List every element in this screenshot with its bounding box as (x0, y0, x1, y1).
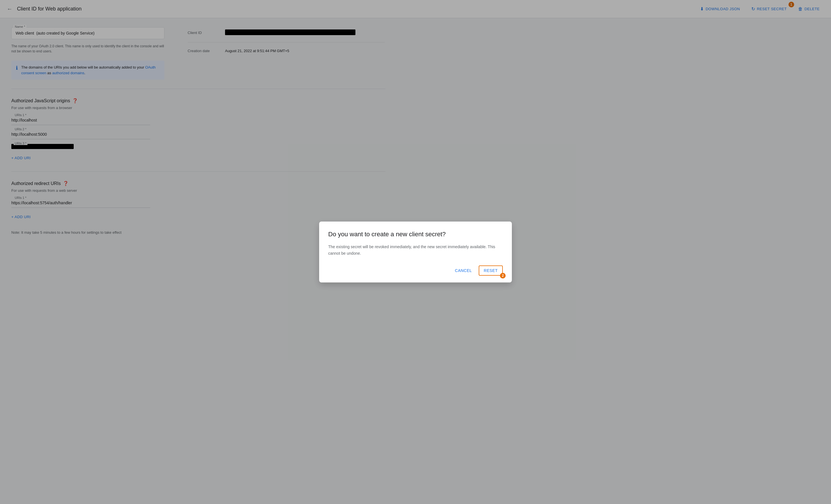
modal-actions: CANCEL RESET 2 (328, 265, 503, 276)
modal-body: The existing secret will be revoked imme… (328, 244, 503, 257)
modal-cancel-button[interactable]: CANCEL (450, 266, 477, 275)
modal-title: Do you want to create a new client secre… (328, 231, 503, 238)
modal-reset-wrapper: RESET 2 (479, 265, 503, 276)
modal-dialog: Do you want to create a new client secre… (319, 221, 512, 283)
modal-overlay: Do you want to create a new client secre… (0, 0, 831, 504)
modal-reset-button[interactable]: RESET (479, 265, 503, 276)
badge-2: 2 (500, 273, 506, 278)
